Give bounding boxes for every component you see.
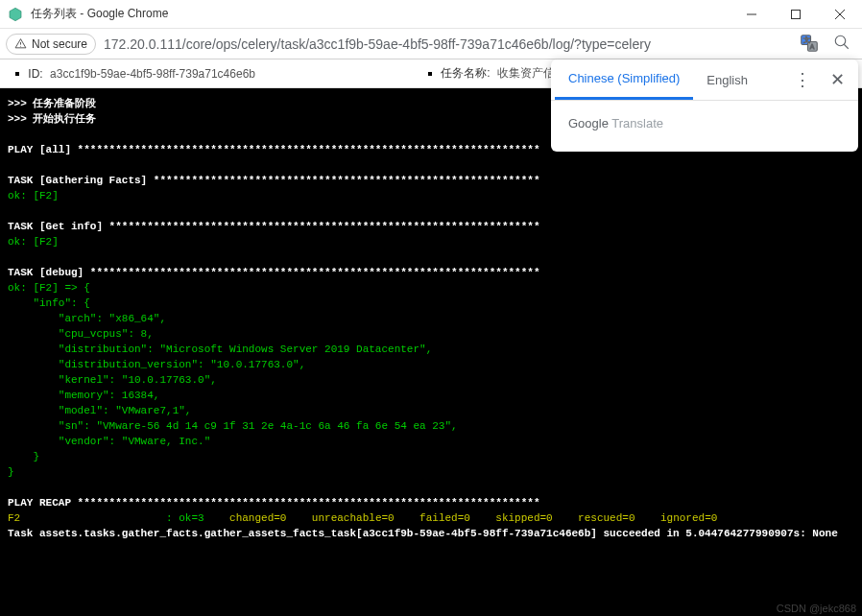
address-bar: Not secure 172.20.0.111/core/ops/celery/…: [0, 29, 862, 59]
log-line: "distribution": "Microsoft Windows Serve…: [8, 344, 432, 355]
translate-menu-icon[interactable]: ⋮: [785, 69, 820, 90]
url-text[interactable]: 172.20.0.111/core/ops/celery/task/a3cc1f…: [104, 36, 793, 52]
task-id-value: a3cc1f9b-59ae-4bf5-98ff-739a71c46e6b: [50, 67, 255, 81]
svg-marker-0: [10, 8, 21, 20]
minimize-button[interactable]: [730, 0, 774, 28]
log-line: "cpu_vcpus": 8,: [8, 328, 154, 340]
terminal-output[interactable]: >>> 任务准备阶段 >>> 开始执行任务 PLAY [all] *******…: [0, 88, 862, 616]
task-name-field: 任务名称: 收集资产信息: [428, 65, 566, 82]
log-line: "arch": "x86_64",: [8, 313, 166, 324]
not-secure-label: Not secure: [32, 37, 87, 51]
google-translate-icon[interactable]: 文A: [801, 35, 820, 54]
log-line: }: [8, 466, 14, 478]
translate-tabs: Chinese (Simplified) English ⋮ ✕: [551, 59, 858, 101]
app-icon: [8, 7, 23, 22]
watermark: CSDN @jekc868: [777, 603, 856, 614]
recap-host: F2: [8, 512, 20, 524]
warning-icon: [14, 37, 27, 50]
log-line: "info": {: [8, 297, 90, 309]
svg-rect-2: [792, 10, 801, 18]
log-line: >>> 任务准备阶段: [8, 98, 96, 109]
close-button[interactable]: [818, 0, 862, 28]
task-name-label: 任务名称:: [441, 66, 490, 80]
log-line: TASK [Gathering Facts] *****************…: [8, 175, 540, 186]
log-line: ok: [F2] => {: [8, 282, 90, 294]
svg-text:A: A: [810, 43, 815, 50]
tab-english[interactable]: English: [693, 61, 761, 99]
svg-line-12: [844, 44, 849, 49]
recap-stats: changed=0 unreachable=0 failed=0 skipped…: [223, 512, 717, 524]
log-line: ok: [F2]: [8, 190, 59, 201]
log-line: "sn": "VMware-56 4d 14 c9 1f 31 2e 4a-1c…: [8, 420, 458, 432]
log-line: TASK [debug] ***************************…: [8, 267, 540, 278]
tab-chinese[interactable]: Chinese (Simplified): [555, 59, 693, 100]
log-line: "kernel": "10.0.17763.0",: [8, 374, 217, 386]
window-title: 任务列表 - Google Chrome: [31, 6, 730, 22]
window-titlebar: 任务列表 - Google Chrome: [0, 0, 862, 29]
log-line: Task assets.tasks.gather_facts.gather_as…: [8, 528, 838, 539]
log-line: ok: [F2]: [8, 236, 59, 248]
translate-close-icon[interactable]: ✕: [820, 69, 854, 90]
task-id-field: ID: a3cc1f9b-59ae-4bf5-98ff-739a71c46e6b: [15, 67, 255, 81]
recap-ok: : ok=3: [166, 512, 223, 524]
log-line: }: [8, 451, 39, 462]
google-translate-brand: Google Translate: [568, 116, 663, 130]
log-line: "memory": 16384,: [8, 390, 159, 401]
task-id-label: ID:: [28, 67, 42, 81]
maximize-button[interactable]: [774, 0, 818, 28]
log-line: "distribution_version": "10.0.17763.0",: [8, 359, 305, 370]
svg-text:文: 文: [803, 36, 810, 43]
log-line: "model": "VMware7,1",: [8, 405, 191, 416]
google-translate-popup: Chinese (Simplified) English ⋮ ✕ Google …: [551, 59, 858, 152]
translate-body: Google Translate: [551, 101, 858, 152]
zoom-icon[interactable]: [833, 34, 850, 54]
log-line: PLAY RECAP *****************************…: [8, 497, 540, 509]
log-line: PLAY [all] *****************************…: [8, 144, 540, 155]
log-line: "vendor": "VMware, Inc.": [8, 436, 210, 447]
window-controls: [730, 0, 862, 28]
log-line: >>> 开始执行任务: [8, 113, 96, 125]
svg-point-6: [20, 46, 21, 47]
not-secure-chip[interactable]: Not secure: [6, 34, 96, 55]
svg-point-11: [835, 36, 846, 46]
log-line: TASK [Get info] ************************…: [8, 221, 540, 232]
